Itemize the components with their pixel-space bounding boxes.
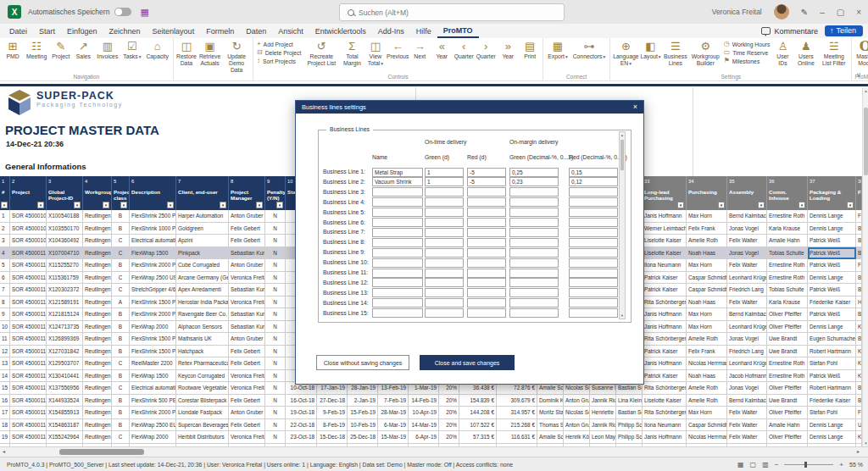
business-line-5-green-dec-input[interactable] — [509, 208, 559, 217]
table-cell[interactable]: Stefan Pohl — [808, 357, 856, 370]
table-cell[interactable]: 10 — [0, 321, 10, 334]
table-cell[interactable]: Janis Hoffmann — [643, 431, 687, 444]
table-cell[interactable]: B — [112, 333, 130, 346]
business-line-6-red-dec-input[interactable] — [569, 218, 618, 227]
table-cell[interactable]: Electrical automation — [130, 235, 176, 247]
save-icon[interactable]: ▦ — [140, 8, 148, 17]
business-line-12-red-d-input[interactable] — [467, 278, 506, 287]
table-cell[interactable]: Retex Pharmaceutical — [176, 357, 229, 370]
table-cell[interactable]: Oliver Pfeiffer — [767, 321, 808, 334]
table-cell[interactable]: 18 — [0, 419, 10, 432]
business-line-13-red-dec-input[interactable] — [569, 288, 618, 297]
table-cell[interactable]: Reutlingen — [83, 259, 112, 272]
business-lines-button[interactable]: ☰Business Lines — [663, 39, 689, 73]
business-line-1-red-d-input[interactable]: -5 — [467, 168, 506, 177]
quarter-button[interactable]: ‹Quarter — [453, 39, 474, 73]
business-line-4-green-d-input[interactable] — [425, 197, 464, 207]
table-cell[interactable]: Apzini — [176, 235, 229, 247]
table-cell[interactable]: B — [112, 395, 130, 407]
table-cell[interactable]: FlexShrink 2000 PET — [130, 407, 176, 419]
table-cell[interactable]: Leonhard Krüger — [727, 357, 767, 370]
table-cell[interactable]: Arcane Germany (Gen. Contr.) — [176, 272, 229, 285]
table-cell[interactable]: Noah Haas — [687, 247, 727, 260]
table-cell[interactable]: Nicolas Schäfer — [564, 407, 590, 419]
business-line-3-red-dec-input[interactable] — [569, 187, 618, 197]
table-cell[interactable]: 2-Jan-19 — [348, 395, 378, 407]
table-cell[interactable]: Reutlingen — [83, 272, 112, 285]
table-cell[interactable]: 107.522 € — [459, 419, 497, 432]
business-line-13-name-input[interactable] — [372, 288, 423, 297]
table-cell[interactable]: Bja — [856, 247, 862, 260]
table-cell[interactable]: SOR 450001109 — [10, 284, 47, 296]
tab-seitenlayout[interactable]: Seitenlayout — [147, 24, 201, 38]
table-cell[interactable]: SOR 450001141 — [10, 407, 47, 419]
table-cell[interactable]: Reutlingen — [83, 321, 112, 334]
table-cell[interactable]: Keycon Corrugated — [176, 370, 229, 383]
table-cell[interactable]: Tobias Schulte — [767, 284, 808, 296]
business-line-4-name-input[interactable] — [372, 197, 423, 207]
table-cell[interactable]: Jannik Richter — [590, 419, 616, 432]
sales-button[interactable]: ↗Sales — [73, 39, 93, 73]
business-line-15-red-d-input[interactable] — [467, 308, 506, 318]
table-cell[interactable]: 19-Oct-18 — [286, 407, 317, 419]
tasks-button[interactable]: ☑Tasks▾ — [121, 39, 142, 73]
table-cell[interactable]: 14-Feb-19 — [409, 395, 439, 407]
business-line-6-name-input[interactable] — [372, 218, 423, 227]
table-cell[interactable]: Reutlingen — [83, 431, 112, 444]
table-cell[interactable]: Jonas Vogel — [727, 382, 767, 395]
table-cell[interactable]: Felix Gebert — [229, 235, 265, 247]
table-cell[interactable]: 5 — [0, 259, 10, 272]
table-cell[interactable]: N — [265, 284, 286, 296]
table-cell[interactable]: B — [112, 321, 130, 334]
table-cell[interactable]: FlexWrap 1500 — [130, 247, 176, 260]
table-cell[interactable]: Kla — [856, 357, 862, 370]
business-line-11-green-d-input[interactable] — [425, 269, 464, 278]
business-line-9-green-d-input[interactable] — [425, 248, 464, 258]
table-cell[interactable]: Felix Gebert — [229, 395, 265, 407]
table-cell[interactable]: 14 — [0, 370, 10, 383]
table-cell[interactable]: Max Horn — [687, 259, 727, 272]
table-cell[interactable]: X137556956 — [47, 382, 83, 395]
table-cell[interactable]: Max Horn — [687, 321, 727, 334]
scroll-left-icon[interactable]: ◂ — [3, 447, 5, 457]
table-cell[interactable]: Felix Walter — [727, 431, 767, 444]
table-cell[interactable]: Reutlingen — [83, 407, 112, 419]
scroll-down-icon[interactable]: ▾ — [863, 441, 868, 446]
table-cell[interactable]: StretchGripper 4/6 — [130, 284, 176, 296]
business-line-6-green-d-input[interactable] — [425, 218, 464, 227]
table-cell[interactable]: Jacob Hofmann — [727, 370, 767, 383]
table-cell[interactable]: Ernestine Roth — [767, 370, 808, 383]
zoom-level[interactable]: 55 % — [849, 462, 863, 468]
table-cell[interactable]: Tobias Schulte — [767, 247, 808, 260]
avatar[interactable] — [774, 4, 789, 19]
scroll-right-icon[interactable]: ▸ — [857, 447, 860, 457]
table-cell[interactable]: Felix Walter — [727, 419, 767, 432]
table-cell[interactable]: X124713735 — [47, 321, 83, 334]
table-cell[interactable]: N — [265, 419, 286, 432]
business-line-1-red-dec-input[interactable]: 0,15 — [569, 168, 618, 177]
table-cell[interactable]: 20% — [439, 419, 459, 432]
zoom-out-icon[interactable]: − — [775, 461, 779, 468]
table-cell[interactable]: X107004710 — [47, 247, 83, 260]
table-cell[interactable]: Oliver Pfeiffer — [767, 431, 808, 444]
year-button[interactable]: »Year — [498, 39, 518, 73]
table-cell[interactable]: Dennis Lange — [808, 272, 856, 285]
business-line-15-green-dec-input[interactable] — [509, 308, 559, 318]
excel-logo-icon[interactable]: X — [8, 5, 21, 19]
business-line-4-red-dec-input[interactable] — [569, 197, 618, 207]
table-cell[interactable]: Ravengate Beer Co. Austin — [176, 308, 229, 321]
table-cell[interactable]: 13 — [0, 357, 10, 370]
table-cell[interactable]: Goldgreen — [176, 223, 229, 236]
table-cell[interactable]: Patrick Weiß — [808, 370, 856, 383]
table-cell[interactable]: 14-Mar-19 — [409, 419, 439, 432]
table-cell[interactable]: Bastian Scholz — [616, 407, 643, 419]
table-cell[interactable]: X144933524 — [47, 395, 83, 407]
business-line-10-red-dec-input[interactable] — [569, 258, 618, 268]
table-cell[interactable]: 6-Apr-19 — [409, 431, 439, 444]
close-and-save-button[interactable]: Close and save changes — [420, 355, 515, 370]
filter-button[interactable]: ▾ — [847, 202, 854, 208]
table-cell[interactable]: 15-Feb-19 — [348, 407, 378, 419]
zoom-slider-thumb[interactable] — [804, 462, 807, 468]
table-cell[interactable]: X127031842 — [47, 346, 83, 358]
business-line-4-green-dec-input[interactable] — [509, 197, 559, 207]
